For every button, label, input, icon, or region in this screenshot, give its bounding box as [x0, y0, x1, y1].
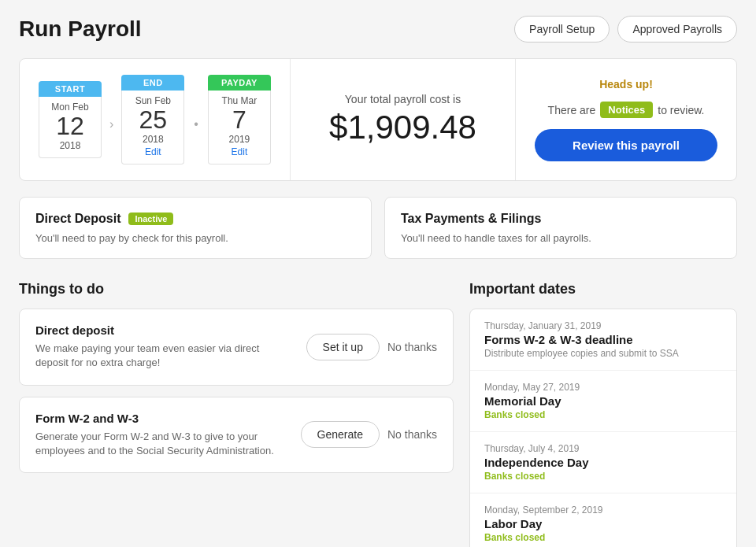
info-cards-row: Direct Deposit Inactive You'll need to p… — [19, 197, 737, 259]
start-year: 2018 — [49, 140, 91, 151]
end-edit-link[interactable]: Edit — [132, 146, 174, 157]
date-item-1-date: Monday, May 27, 2019 — [484, 382, 722, 393]
things-to-do-section: Things to do Direct deposit We make payi… — [19, 281, 454, 547]
direct-deposit-title: Direct Deposit Inactive — [35, 212, 355, 226]
start-month: Mon Feb — [49, 102, 91, 113]
review-section: Heads up! There are Notices to review. R… — [516, 59, 736, 180]
date-item-1-title: Memorial Day — [484, 394, 722, 408]
dot-separator: • — [194, 108, 198, 131]
arrow-icon: › — [109, 108, 113, 131]
date-item-1: Monday, May 27, 2019 Memorial Day Banks … — [470, 371, 736, 432]
payday-year: 2019 — [218, 134, 261, 145]
direct-deposit-task-title: Direct deposit — [35, 323, 294, 337]
notices-row: There are Notices to review. — [548, 102, 705, 118]
direct-deposit-card: Direct Deposit Inactive You'll need to p… — [19, 197, 372, 259]
page-title: Run Payroll — [19, 17, 142, 42]
header-buttons: Payroll Setup Approved Payrolls — [514, 16, 737, 43]
direct-deposit-no-thanks-button[interactable]: No thanks — [387, 341, 437, 353]
direct-deposit-task-info: Direct deposit We make paying your team … — [35, 323, 294, 370]
direct-deposit-task-actions: Set it up No thanks — [306, 334, 437, 360]
date-item-2-closed: Banks closed — [484, 471, 722, 482]
cost-amount: $1,909.48 — [329, 109, 476, 146]
page-header: Run Payroll Payroll Setup Approved Payro… — [19, 16, 737, 43]
notices-badge[interactable]: Notices — [600, 102, 653, 118]
tax-payments-card: Tax Payments & Filings You'll need to ha… — [384, 197, 737, 259]
payday-label: PAYDAY — [208, 75, 271, 91]
important-dates-title: Important dates — [469, 281, 737, 298]
date-item-2-title: Independence Day — [484, 456, 722, 469]
w2-task-actions: Generate No thanks — [301, 421, 437, 448]
direct-deposit-text: You'll need to pay by check for this pay… — [35, 232, 355, 244]
generate-button[interactable]: Generate — [301, 421, 380, 448]
approved-payrolls-button[interactable]: Approved Payrolls — [617, 16, 737, 43]
date-item-1-closed: Banks closed — [484, 409, 722, 420]
payroll-setup-button[interactable]: Payroll Setup — [514, 16, 610, 43]
date-item-2: Thursday, July 4, 2019 Independence Day … — [470, 432, 736, 493]
w2-no-thanks-button[interactable]: No thanks — [387, 428, 437, 441]
start-day: 12 — [49, 113, 91, 140]
w2-task-card: Form W-2 and W-3 Generate your Form W-2 … — [19, 397, 454, 473]
end-date-block: END Sun Feb 25 2018 Edit — [121, 75, 184, 164]
date-item-3-date: Monday, September 2, 2019 — [484, 504, 722, 516]
start-date-block: START Mon Feb 12 2018 — [39, 81, 102, 158]
inactive-badge: Inactive — [128, 213, 173, 225]
things-to-do-title: Things to do — [19, 281, 454, 298]
payday-edit-link[interactable]: Edit — [218, 146, 261, 157]
date-item-0-title: Forms W-2 & W-3 deadline — [484, 333, 722, 346]
date-item-3-title: Labor Day — [484, 517, 722, 530]
payday-date-block: PAYDAY Thu Mar 7 2019 Edit — [208, 75, 271, 164]
start-label: START — [39, 81, 102, 97]
direct-deposit-task-card: Direct deposit We make paying your team … — [19, 309, 454, 385]
payday-day: 7 — [218, 106, 261, 134]
tax-payments-title: Tax Payments & Filings — [401, 212, 721, 226]
date-item-3: Monday, September 2, 2019 Labor Day Bank… — [470, 493, 736, 547]
review-payroll-button[interactable]: Review this payroll — [535, 129, 717, 161]
dates-section: START Mon Feb 12 2018 › END Sun Feb 25 2… — [20, 59, 290, 180]
w2-task-desc: Generate your Form W-2 and W-3 to give t… — [35, 430, 288, 458]
date-item-0-date: Thursday, January 31, 2019 — [484, 320, 722, 331]
heads-up-text: Heads up! — [599, 78, 653, 91]
end-label: END — [121, 75, 184, 91]
notices-pre-text: There are — [548, 104, 596, 116]
payday-date-box: Thu Mar 7 2019 Edit — [208, 91, 271, 164]
tax-payments-text: You'll need to handle taxes for all payr… — [401, 232, 721, 244]
end-day: 25 — [132, 106, 174, 134]
set-it-up-button[interactable]: Set it up — [306, 334, 380, 360]
direct-deposit-task-desc: We make paying your team even easier via… — [35, 342, 294, 370]
date-item-0-subtitle: Distribute employee copies and submit to… — [484, 348, 722, 359]
date-item-0: Thursday, January 31, 2019 Forms W-2 & W… — [470, 309, 736, 371]
important-dates-list: Thursday, January 31, 2019 Forms W-2 & W… — [469, 309, 737, 547]
w2-task-info: Form W-2 and W-3 Generate your Form W-2 … — [35, 412, 288, 458]
important-dates-section: Important dates Thursday, January 31, 20… — [469, 281, 737, 547]
payroll-card: START Mon Feb 12 2018 › END Sun Feb 25 2… — [19, 58, 737, 181]
notices-post-text: to review. — [658, 104, 704, 116]
bottom-section: Things to do Direct deposit We make payi… — [19, 281, 737, 547]
cost-label: Your total payroll cost is — [345, 93, 461, 105]
date-item-2-date: Thursday, July 4, 2019 — [484, 443, 722, 454]
payday-month: Thu Mar — [218, 95, 261, 106]
date-item-3-closed: Banks closed — [484, 532, 722, 543]
end-month: Sun Feb — [132, 95, 174, 106]
start-date-box: Mon Feb 12 2018 — [39, 97, 102, 158]
cost-section: Your total payroll cost is $1,909.48 — [290, 59, 516, 180]
end-date-box: Sun Feb 25 2018 Edit — [121, 91, 184, 164]
w2-task-title: Form W-2 and W-3 — [35, 412, 288, 425]
end-year: 2018 — [132, 134, 174, 145]
